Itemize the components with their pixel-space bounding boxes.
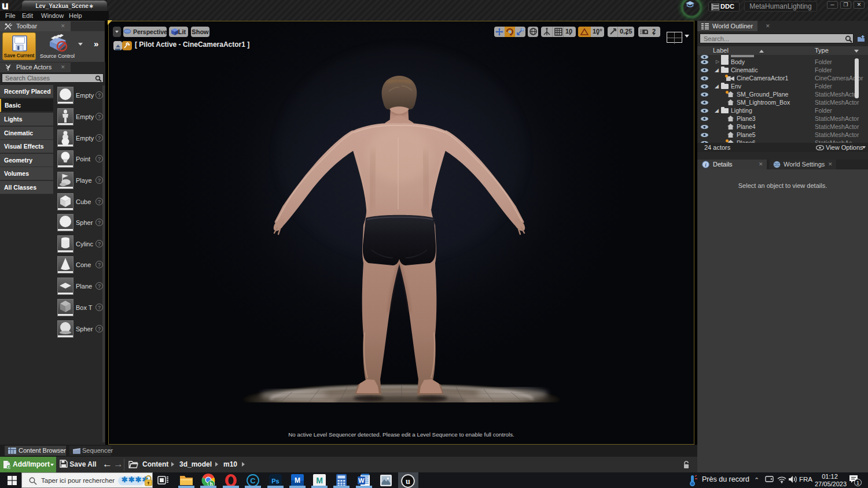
- svg-text:Ps: Ps: [271, 478, 279, 485]
- svg-text:M: M: [295, 476, 300, 485]
- svg-text:u: u: [406, 476, 410, 486]
- svg-text:C: C: [250, 476, 256, 485]
- svg-text:W: W: [358, 477, 365, 484]
- svg-text:M: M: [316, 476, 323, 485]
